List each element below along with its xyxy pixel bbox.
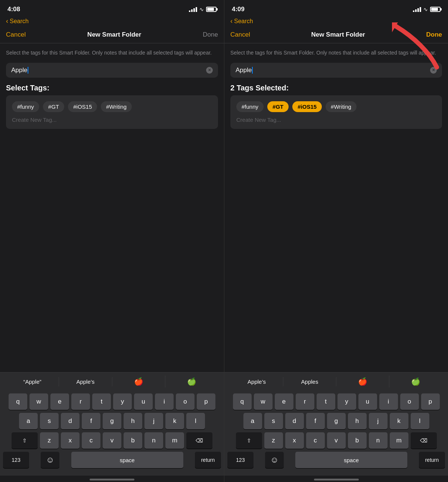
key-return-1[interactable]: return: [195, 452, 221, 468]
key-r-1[interactable]: r: [71, 393, 90, 410]
tag-gt-2[interactable]: #GT: [267, 101, 289, 112]
key-d-2[interactable]: d: [285, 413, 304, 429]
key-n-2[interactable]: n: [369, 432, 388, 449]
key-q-1[interactable]: q: [9, 393, 27, 410]
key-m-1[interactable]: m: [165, 432, 184, 449]
key-w-1[interactable]: w: [29, 393, 48, 410]
key-g-2[interactable]: g: [327, 413, 346, 429]
search-input-2[interactable]: Apple: [236, 67, 427, 74]
key-p-2[interactable]: p: [421, 393, 440, 410]
key-n-1[interactable]: n: [144, 432, 163, 449]
suggestion-2-1[interactable]: Apple’s: [59, 377, 112, 386]
done-button-2[interactable]: Done: [426, 31, 442, 38]
key-i-2[interactable]: i: [379, 393, 398, 410]
key-num-1[interactable]: 123: [3, 452, 29, 468]
key-t-2[interactable]: t: [317, 393, 335, 410]
done-button-1[interactable]: Done: [203, 31, 218, 38]
key-y-1[interactable]: y: [113, 393, 132, 410]
key-s-1[interactable]: s: [40, 413, 59, 429]
search-input-1[interactable]: Apple: [11, 67, 203, 74]
key-o-1[interactable]: o: [176, 393, 195, 410]
tag-writing-2[interactable]: #Writing: [326, 101, 357, 112]
suggestion-2-2[interactable]: Apples: [283, 377, 336, 386]
key-p-1[interactable]: p: [197, 393, 215, 410]
key-l-1[interactable]: l: [186, 413, 205, 429]
key-k-2[interactable]: k: [390, 413, 408, 429]
key-return-2[interactable]: return: [419, 452, 445, 468]
key-row-q-1: q w e r t y u i o p: [1, 393, 223, 410]
key-r-2[interactable]: r: [296, 393, 314, 410]
tag-gt-1[interactable]: #GT: [43, 101, 64, 112]
suggestion-4-1[interactable]: 🍏: [165, 376, 218, 387]
tag-ios15-2[interactable]: #iOS15: [292, 101, 322, 112]
key-delete-1[interactable]: ⌫: [186, 432, 212, 449]
tag-funny-1[interactable]: #funny: [12, 101, 39, 112]
key-delete-2[interactable]: ⌫: [411, 432, 437, 449]
key-d-1[interactable]: d: [61, 413, 80, 429]
key-y-2[interactable]: y: [337, 393, 356, 410]
suggestion-1-2[interactable]: Apple’s: [230, 377, 283, 386]
key-x-1[interactable]: x: [61, 432, 80, 449]
key-f-1[interactable]: f: [82, 413, 100, 429]
key-w-2[interactable]: w: [254, 393, 273, 410]
create-tag-1[interactable]: Create New Tag...: [12, 117, 212, 123]
key-space-1[interactable]: space: [71, 452, 183, 468]
cancel-button-2[interactable]: Cancel: [230, 31, 250, 38]
key-v-2[interactable]: v: [327, 432, 346, 449]
key-c-2[interactable]: c: [306, 432, 325, 449]
key-b-2[interactable]: b: [348, 432, 367, 449]
page-title-2: New Smart Folder: [311, 31, 365, 38]
key-l-2[interactable]: l: [411, 413, 429, 429]
suggestion-3-2[interactable]: 🍎: [336, 376, 389, 387]
tag-ios15-1[interactable]: #iOS15: [68, 101, 97, 112]
key-t-1[interactable]: t: [92, 393, 111, 410]
key-emoji-2[interactable]: ☺: [265, 452, 284, 468]
key-space-2[interactable]: space: [295, 452, 407, 468]
tag-funny-2[interactable]: #funny: [236, 101, 264, 112]
cancel-button-1[interactable]: Cancel: [6, 31, 26, 38]
key-z-1[interactable]: z: [40, 432, 59, 449]
key-j-1[interactable]: j: [144, 413, 163, 429]
key-num-2[interactable]: 123: [227, 452, 253, 468]
key-a-1[interactable]: a: [19, 413, 38, 429]
key-v-1[interactable]: v: [103, 432, 121, 449]
key-shift-1[interactable]: ⇧: [12, 432, 38, 449]
key-shift-2[interactable]: ⇧: [236, 432, 262, 449]
suggestion-3-1[interactable]: 🍎: [112, 376, 165, 387]
search-field-1[interactable]: Apple: [6, 63, 218, 78]
search-field-2[interactable]: Apple: [230, 63, 442, 78]
suggestion-1-1[interactable]: “Apple”: [6, 377, 59, 386]
key-f-2[interactable]: f: [306, 413, 325, 429]
key-b-1[interactable]: b: [124, 432, 142, 449]
key-e-1[interactable]: e: [50, 393, 69, 410]
create-tag-2[interactable]: Create New Tag...: [236, 117, 436, 123]
key-z-2[interactable]: z: [264, 432, 283, 449]
key-emoji-1[interactable]: ☺: [41, 452, 59, 468]
back-button-2[interactable]: ‹ Search: [230, 17, 253, 25]
key-g-1[interactable]: g: [103, 413, 121, 429]
key-x-2[interactable]: x: [285, 432, 304, 449]
key-c-1[interactable]: c: [82, 432, 100, 449]
tag-writing-1[interactable]: #Writing: [101, 101, 132, 112]
key-k-1[interactable]: k: [165, 413, 184, 429]
key-u-1[interactable]: u: [134, 393, 153, 410]
key-u-2[interactable]: u: [358, 393, 377, 410]
key-j-2[interactable]: j: [369, 413, 388, 429]
key-h-1[interactable]: h: [124, 413, 142, 429]
key-h-2[interactable]: h: [348, 413, 367, 429]
suggestion-4-2[interactable]: 🍏: [389, 376, 442, 387]
key-o-2[interactable]: o: [400, 393, 419, 410]
key-s-2[interactable]: s: [264, 413, 283, 429]
search-clear-button-1[interactable]: [206, 67, 213, 74]
key-m-2[interactable]: m: [390, 432, 408, 449]
key-a-2[interactable]: a: [243, 413, 262, 429]
key-row-z-1: ⇧ z x c v b n m ⌫: [1, 432, 223, 449]
key-e-2[interactable]: e: [275, 393, 293, 410]
status-icons-2: ∿: [413, 6, 441, 12]
status-icons-1: ∿: [189, 6, 217, 12]
key-q-2[interactable]: q: [233, 393, 252, 410]
back-button-1[interactable]: ‹ Search: [6, 17, 29, 25]
search-clear-button-2[interactable]: [430, 67, 437, 74]
key-row-bottom-2: 123 ☺ space return: [226, 452, 447, 468]
key-i-1[interactable]: i: [155, 393, 174, 410]
